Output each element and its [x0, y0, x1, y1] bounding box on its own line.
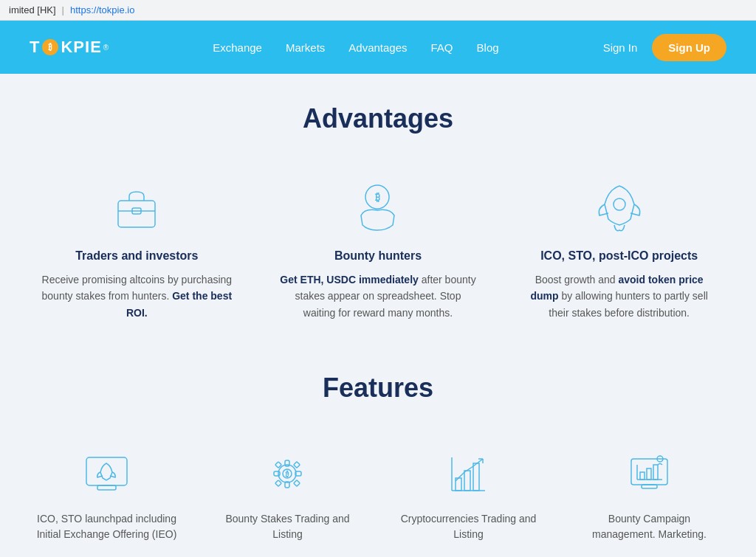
hand-coin-icon: ₿ — [280, 179, 477, 238]
nav-faq[interactable]: FAQ — [431, 41, 453, 54]
bounty-hunters-desc: Get ETH, USDC immediately after bounty s… — [280, 271, 477, 321]
nav-markets[interactable]: Markets — [286, 41, 325, 54]
navbar: T ₿ KPIE ® Exchange Markets Advantages F… — [0, 21, 756, 74]
svg-point-5 — [614, 198, 625, 210]
nav-auth: Sign In Sign Up — [603, 34, 726, 61]
advantages-title: Advantages — [24, 103, 732, 134]
nav-exchange[interactable]: Exchange — [213, 41, 262, 54]
campaign-icon — [577, 448, 721, 499]
svg-rect-6 — [86, 457, 127, 485]
separator: | — [62, 4, 64, 15]
logo-coin-icon: ₿ — [42, 39, 58, 55]
nav-blog[interactable]: Blog — [477, 41, 499, 54]
feature-item-campaign: Bounty Campaign management. Marketing. — [566, 440, 732, 550]
logo: T ₿ KPIE ® — [30, 38, 109, 57]
crypto-trading-label: Cryptocurrencies Trading and Listing — [396, 511, 540, 542]
advantage-item-bounty-hunters: ₿ Bounty hunters Get ETH, USDC immediate… — [265, 171, 492, 328]
svg-rect-11 — [285, 460, 289, 466]
svg-rect-32 — [653, 465, 658, 480]
logo-registered: ® — [103, 44, 109, 52]
advantage-item-traders: Traders and investors Receive promising … — [24, 171, 250, 328]
features-section: Features ICO, STO launchpad — [24, 373, 732, 550]
features-title: Features — [24, 373, 732, 404]
launchpad-label: ICO, STO launchpad including Initial Exc… — [35, 511, 179, 542]
logo-t: T — [30, 38, 40, 57]
signin-link[interactable]: Sign In — [603, 41, 638, 54]
advantages-section: Advantages Traders and investors Receive… — [24, 103, 732, 328]
feature-item-bounty-trading: ₿ Bounty Stakes Trading and Listing — [205, 440, 371, 550]
traders-heading: Traders and investors — [38, 249, 236, 263]
chart-icon — [396, 448, 540, 499]
advantage-item-ico-projects: ICO, STO, post-ICO projects Boost growth… — [506, 171, 732, 328]
browser-domain: imited [HK] — [9, 4, 56, 15]
svg-rect-15 — [275, 461, 281, 467]
ico-projects-heading: ICO, STO, post-ICO projects — [520, 249, 718, 263]
svg-text:₿: ₿ — [375, 191, 380, 203]
svg-rect-18 — [294, 480, 300, 485]
logo-kpie: KPIE — [61, 38, 101, 57]
nav-links: Exchange Markets Advantages FAQ Blog — [213, 41, 498, 54]
svg-rect-13 — [274, 471, 280, 476]
svg-rect-30 — [640, 472, 645, 480]
svg-text:₿: ₿ — [285, 470, 289, 478]
features-grid: ICO, STO launchpad including Initial Exc… — [24, 440, 732, 550]
feature-item-launchpad: ICO, STO launchpad including Initial Exc… — [24, 440, 190, 550]
signup-button[interactable]: Sign Up — [652, 34, 726, 61]
rocket-icon — [520, 179, 718, 238]
svg-rect-27 — [642, 485, 657, 488]
browser-url: https://tokpie.io — [70, 4, 134, 15]
svg-rect-31 — [647, 468, 651, 480]
launchpad-icon — [35, 448, 179, 499]
briefcase-icon — [38, 179, 236, 238]
traders-desc: Receive promising altcoins by purchasing… — [38, 271, 236, 321]
nav-advantages[interactable]: Advantages — [348, 41, 407, 54]
browser-bar: imited [HK] | https://tokpie.io — [0, 0, 756, 21]
svg-rect-17 — [275, 480, 281, 485]
bounty-trading-icon: ₿ — [216, 448, 360, 499]
main-content: Advantages Traders and investors Receive… — [0, 74, 756, 557]
ico-projects-desc: Boost growth and avoid token price dump … — [520, 271, 718, 321]
svg-rect-23 — [464, 471, 470, 491]
bounty-trading-label: Bounty Stakes Trading and Listing — [216, 511, 360, 542]
bounty-hunters-heading: Bounty hunters — [280, 249, 477, 263]
advantages-grid: Traders and investors Receive promising … — [24, 171, 732, 328]
svg-rect-8 — [97, 485, 116, 490]
campaign-label: Bounty Campaign management. Marketing. — [577, 511, 721, 542]
svg-rect-24 — [473, 463, 479, 491]
svg-rect-16 — [294, 461, 300, 467]
feature-item-crypto-trading: Cryptocurrencies Trading and Listing — [385, 440, 551, 550]
